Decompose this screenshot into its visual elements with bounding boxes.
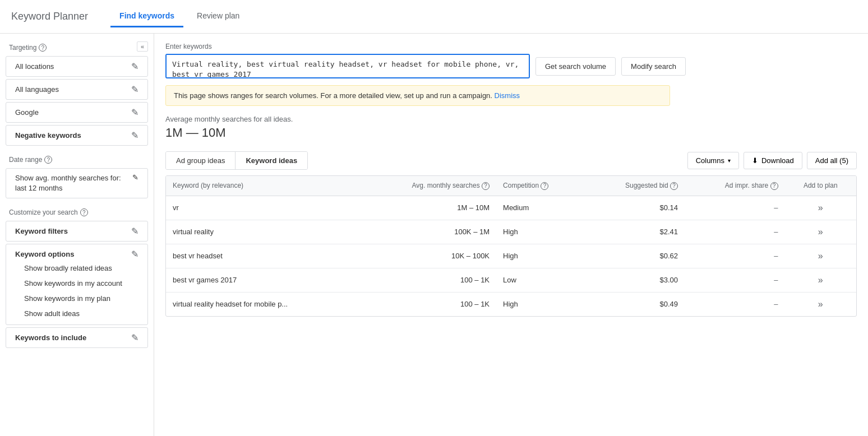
columns-button[interactable]: Columns ▾	[687, 152, 739, 169]
customize-help-icon[interactable]: ?	[80, 208, 88, 216]
columns-chevron-icon: ▾	[728, 157, 731, 164]
table-row: best vr games 2017 100 – 1K Low $3.00 – …	[166, 268, 856, 292]
cell-competition: High	[496, 292, 585, 316]
cell-ad-impr-share: –	[685, 292, 785, 316]
locations-edit-icon[interactable]: ✎	[131, 61, 138, 72]
cell-competition: Low	[496, 268, 585, 292]
cell-keyword: best vr headset	[166, 244, 359, 268]
date-range-section: Date range ?	[0, 151, 154, 166]
sidebar-link-keywords-plan[interactable]: Show keywords in my plan	[15, 292, 119, 305]
date-range-edit-icon[interactable]: ✎	[132, 173, 138, 182]
add-to-plan-button[interactable]: »	[816, 275, 825, 285]
collapse-sidebar-button[interactable]: «	[137, 41, 148, 52]
cell-competition: Medium	[496, 196, 585, 220]
add-to-plan-button[interactable]: »	[816, 299, 825, 309]
col-ad-impr-share: Ad impr. share ?	[685, 176, 785, 196]
banner-text: This page shows ranges for search volume…	[174, 91, 492, 100]
languages-label: All languages	[15, 85, 59, 94]
keyword-options-label: Keyword options	[15, 250, 74, 258]
cell-competition: High	[496, 244, 585, 268]
targeting-help-icon[interactable]: ?	[39, 44, 47, 52]
add-to-plan-button[interactable]: »	[816, 251, 825, 261]
table-row: best vr headset 10K – 100K High $0.62 – …	[166, 244, 856, 268]
all-languages-item[interactable]: All languages ✎	[6, 79, 148, 100]
date-range-item[interactable]: Show avg. monthly searches for: last 12 …	[6, 168, 148, 198]
date-range-value: Show avg. monthly searches for: last 12 …	[15, 173, 132, 193]
keyword-options-item[interactable]: Keyword options ✎ Show broadly related i…	[6, 244, 148, 325]
cell-suggested-bid: $0.49	[585, 292, 685, 316]
network-edit-icon[interactable]: ✎	[131, 107, 138, 118]
col-suggested-bid: Suggested bid ?	[585, 176, 685, 196]
columns-label: Columns	[696, 156, 724, 165]
negative-keywords-label: Negative keywords	[15, 131, 81, 140]
enter-keywords-label: Enter keywords	[165, 43, 857, 50]
table-row: virtual reality headset for mobile p... …	[166, 292, 856, 316]
toolbar-right: Columns ▾ ⬇ Download Add all (5)	[687, 152, 857, 169]
table-row: vr 1M – 10M Medium $0.14 – »	[166, 196, 856, 220]
table-row: virtual reality 100K – 1M High $2.41 – »	[166, 220, 856, 244]
col-avg-monthly: Avg. monthly searches ?	[359, 176, 496, 196]
keyword-input[interactable]: Virtual reality, best virtual reality he…	[165, 54, 530, 78]
cell-ad-impr-share: –	[685, 220, 785, 244]
modify-search-button[interactable]: Modify search	[621, 57, 686, 76]
ad-impr-share-help-icon[interactable]: ?	[770, 182, 778, 190]
cell-ad-impr-share: –	[685, 268, 785, 292]
cell-add-to-plan: »	[785, 292, 856, 316]
add-all-button[interactable]: Add all (5)	[807, 152, 857, 169]
main-layout: « Targeting ? All locations ✎ All langua…	[0, 34, 868, 436]
avg-monthly-help-icon[interactable]: ?	[482, 182, 490, 190]
nav-tabs: Find keywords Review plan	[110, 6, 253, 27]
results-tabs: Ad group ideas Keyword ideas	[165, 151, 308, 170]
cell-suggested-bid: $2.41	[585, 220, 685, 244]
keywords-to-include-item[interactable]: Keywords to include ✎	[6, 327, 148, 348]
tab-ad-group-ideas[interactable]: Ad group ideas	[166, 152, 236, 169]
sidebar-link-adult-ideas[interactable]: Show adult ideas	[15, 307, 89, 320]
dismiss-link[interactable]: Dismiss	[495, 91, 520, 100]
cell-ad-impr-share: –	[685, 244, 785, 268]
targeting-section: Targeting ?	[0, 39, 137, 54]
col-keyword: Keyword (by relevance)	[166, 176, 359, 196]
cell-keyword: virtual reality	[166, 220, 359, 244]
cell-add-to-plan: »	[785, 268, 856, 292]
cell-avg-monthly: 100K – 1M	[359, 220, 496, 244]
cell-add-to-plan: »	[785, 220, 856, 244]
negative-keywords-edit-icon[interactable]: ✎	[131, 130, 138, 141]
cell-keyword: vr	[166, 196, 359, 220]
keyword-filters-label: Keyword filters	[15, 227, 68, 235]
download-button[interactable]: ⬇ Download	[744, 152, 802, 169]
languages-edit-icon[interactable]: ✎	[131, 84, 138, 95]
tab-keyword-ideas[interactable]: Keyword ideas	[236, 152, 307, 169]
targeting-label: Targeting	[9, 44, 36, 52]
keywords-to-include-label: Keywords to include	[15, 333, 86, 342]
cell-suggested-bid: $0.62	[585, 244, 685, 268]
sidebar-link-keywords-account[interactable]: Show keywords in my account	[15, 277, 131, 290]
keyword-options-edit-icon[interactable]: ✎	[131, 249, 138, 259]
tab-find-keywords[interactable]: Find keywords	[110, 6, 183, 27]
cell-avg-monthly: 100 – 1K	[359, 292, 496, 316]
google-network-item[interactable]: Google ✎	[6, 102, 148, 123]
competition-help-icon[interactable]: ?	[541, 182, 548, 190]
results-toolbar: Ad group ideas Keyword ideas Columns ▾ ⬇…	[165, 151, 857, 170]
negative-keywords-item[interactable]: Negative keywords ✎	[6, 125, 148, 146]
customize-section: Customize your search ?	[0, 204, 154, 219]
sidebar-link-broadly-related[interactable]: Show broadly related ideas	[15, 262, 121, 275]
all-locations-item[interactable]: All locations ✎	[6, 56, 148, 77]
app-title: Keyword Planner	[11, 11, 88, 22]
tab-review-plan[interactable]: Review plan	[188, 6, 248, 27]
get-search-volume-button[interactable]: Get search volume	[535, 57, 616, 76]
cell-add-to-plan: »	[785, 244, 856, 268]
cell-avg-monthly: 10K – 100K	[359, 244, 496, 268]
customize-label: Customize your search	[9, 208, 78, 216]
date-range-help-icon[interactable]: ?	[44, 156, 52, 164]
keywords-to-include-edit-icon[interactable]: ✎	[131, 332, 138, 343]
cell-add-to-plan: »	[785, 196, 856, 220]
download-icon: ⬇	[752, 156, 758, 165]
cell-suggested-bid: $3.00	[585, 268, 685, 292]
suggested-bid-help-icon[interactable]: ?	[670, 182, 678, 190]
keyword-filters-edit-icon[interactable]: ✎	[131, 226, 138, 236]
add-to-plan-button[interactable]: »	[816, 227, 825, 237]
header: Keyword Planner Find keywords Review pla…	[0, 0, 868, 34]
date-range-label: Date range	[9, 156, 42, 164]
add-to-plan-button[interactable]: »	[816, 203, 825, 213]
keyword-filters-item[interactable]: Keyword filters ✎	[6, 221, 148, 242]
